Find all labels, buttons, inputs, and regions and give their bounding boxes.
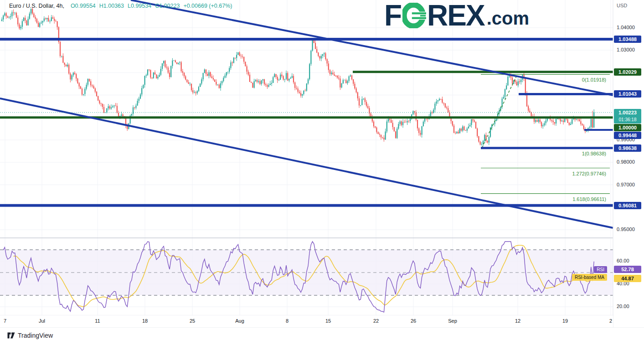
price-axis-label: 0.98000	[617, 159, 635, 165]
price-level-badge: 44.87	[614, 275, 641, 282]
ohlc-value: L0.99534	[128, 3, 151, 9]
fib-level-label: 1.272(0.97746)	[572, 171, 606, 176]
time-axis-label: 7	[0, 318, 15, 324]
rsi-axis-label: 60.00	[617, 258, 629, 263]
time-axis-label: Jul	[31, 318, 52, 324]
forex-logo: F REX .com	[384, 2, 529, 29]
ohlc-value: H1.00363	[99, 3, 124, 9]
price-axis-label: 0.97000	[617, 182, 635, 187]
ohlc-value: O0.99554	[71, 3, 96, 9]
time-axis-label: 15	[318, 318, 339, 324]
rsi-label[interactable]: RSI	[594, 266, 607, 273]
price-level-badge: 1.02029	[614, 68, 641, 76]
price-level-badge: 52.78	[614, 266, 641, 273]
current-price-badge: 1.0022301:36:18	[614, 109, 641, 124]
forex-o-bar	[412, 17, 426, 19]
ohlc-value: +0.00669 (+0.67%)	[183, 3, 232, 9]
symbol-title[interactable]: Euro / U.S. Dollar, 4h,	[9, 3, 64, 9]
forex-logo-com: .com	[487, 7, 529, 29]
trading-chart-window: Euro / U.S. Dollar, 4h, O0.99554H1.00363…	[0, 0, 644, 345]
time-axis[interactable]: 7Jul111825Aug8152226Sep12192	[0, 315, 613, 327]
support-resistance-lines[interactable]	[0, 39, 613, 206]
fib-level-label: 1.618(0.96611)	[572, 196, 606, 202]
price-level-badge: 0.99448	[614, 132, 641, 139]
ohlc-values: O0.99554H1.00363L0.99534C1.00223+0.00669…	[71, 3, 236, 9]
time-axis-label: 2	[600, 318, 613, 324]
tradingview-attribution[interactable]: TradingView	[7, 332, 53, 339]
current-price-value: 1.00223	[614, 109, 641, 116]
price-level-badge: 1.03488	[614, 36, 641, 43]
bar-countdown: 01:36:18	[614, 116, 641, 123]
price-axis-label: 1.04000	[617, 25, 635, 30]
price-axis-label: 0.95000	[617, 227, 635, 232]
time-axis-label: 18	[134, 318, 155, 324]
rsi-ma-label[interactable]: RSI-based MA	[572, 274, 607, 281]
symbol-header: Euro / U.S. Dollar, 4h, O0.99554H1.00363…	[9, 3, 236, 9]
price-level-badge: 0.96081	[614, 202, 641, 209]
fib-level-label: 1(0.98638)	[582, 151, 606, 156]
ohlc-value: C1.00223	[155, 3, 180, 9]
price-axis[interactable]: USD 1.040001.030000.990000.980000.970000…	[613, 0, 644, 327]
time-axis-label: 22	[366, 318, 386, 324]
price-level-badge: 0.98638	[614, 144, 641, 152]
time-axis-label: Sep	[442, 318, 463, 324]
rsi-axis-label: 20.00	[617, 304, 629, 309]
forex-logo-letter: F	[384, 2, 401, 29]
fib-level-label: 0(1.01918)	[582, 77, 606, 82]
forex-logo-letters: REX	[427, 2, 484, 29]
tradingview-logo-icon	[7, 332, 15, 339]
chart-canvas[interactable]	[0, 0, 644, 345]
time-axis-label: 8	[277, 318, 298, 324]
time-axis-label: Aug	[229, 318, 250, 324]
tradingview-attribution-text: TradingView	[18, 332, 53, 339]
price-axis-label: 1.03000	[617, 47, 635, 52]
price-level-badge: 1.01043	[614, 90, 641, 98]
forex-o-bar	[412, 12, 426, 14]
time-axis-label: 25	[182, 318, 203, 324]
price-level-badge: 1.00000	[614, 124, 641, 131]
forex-o-icon	[402, 3, 426, 28]
price-axis-currency: USD	[617, 3, 627, 8]
time-axis-label: 12	[507, 318, 528, 324]
time-axis-label: 11	[87, 318, 108, 324]
time-axis-label: 26	[403, 318, 424, 324]
time-axis-label: 19	[555, 318, 576, 324]
